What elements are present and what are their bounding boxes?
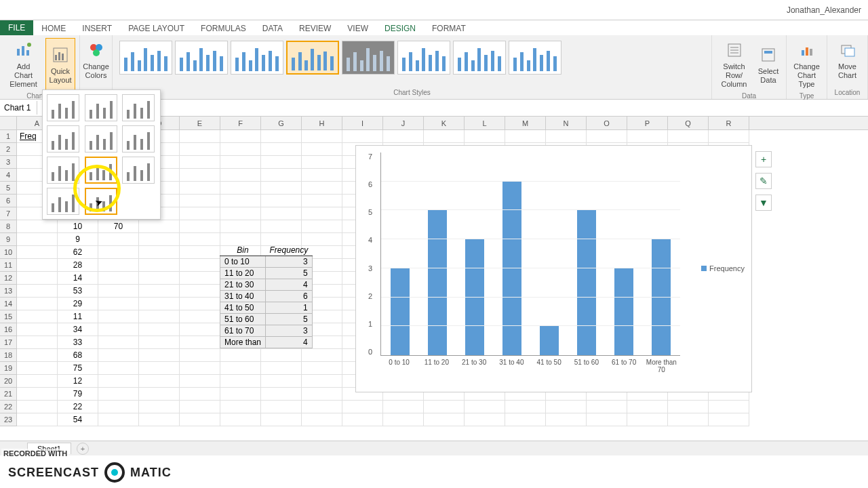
cell[interactable] xyxy=(17,272,58,285)
col-header-M[interactable]: M xyxy=(505,117,546,129)
cell[interactable] xyxy=(627,413,668,426)
col-header-K[interactable]: K xyxy=(424,117,465,129)
cell[interactable] xyxy=(17,349,58,362)
cell[interactable] xyxy=(383,413,424,426)
cell[interactable]: 11 xyxy=(58,310,98,323)
cell[interactable] xyxy=(98,323,139,336)
cell[interactable] xyxy=(98,233,139,246)
cell[interactable] xyxy=(261,362,302,375)
cell[interactable] xyxy=(261,375,302,388)
cell[interactable] xyxy=(302,362,342,375)
cell[interactable] xyxy=(17,388,58,401)
row-header-11[interactable]: 11 xyxy=(0,259,17,272)
chart-style-7[interactable] xyxy=(453,41,506,75)
cell[interactable] xyxy=(261,401,302,413)
layout-3[interactable] xyxy=(122,94,155,121)
cell[interactable] xyxy=(261,413,302,426)
col-header-G[interactable]: G xyxy=(261,117,302,129)
row-header-9[interactable]: 9 xyxy=(0,233,17,246)
select-data-button[interactable]: Select Data xyxy=(755,38,782,91)
tab-review[interactable]: REVIEW xyxy=(291,22,339,35)
chart-elements-button[interactable]: + xyxy=(755,151,772,167)
cell[interactable] xyxy=(98,310,139,323)
chart-styles-gallery[interactable] xyxy=(117,38,707,87)
layout-7[interactable] xyxy=(47,157,79,184)
cell[interactable] xyxy=(139,246,180,259)
cell[interactable] xyxy=(383,130,424,143)
cell[interactable] xyxy=(139,375,180,388)
cell[interactable] xyxy=(98,285,139,298)
cell[interactable] xyxy=(342,413,383,426)
cell[interactable] xyxy=(139,310,180,323)
cell[interactable] xyxy=(98,401,139,413)
cell[interactable] xyxy=(98,272,139,285)
cell[interactable]: 33 xyxy=(58,336,98,349)
cell[interactable] xyxy=(139,388,180,401)
cell[interactable]: 14 xyxy=(58,272,98,285)
chart-style-2[interactable] xyxy=(175,41,228,75)
cell[interactable] xyxy=(220,362,261,375)
chart-bar[interactable] xyxy=(428,210,447,355)
cell[interactable] xyxy=(180,220,220,233)
cell[interactable]: 12 xyxy=(58,375,98,388)
layout-8[interactable] xyxy=(85,157,117,184)
change-colors-button[interactable]: Change Colors xyxy=(84,38,108,81)
switch-row-column-button[interactable]: Switch Row/ Column xyxy=(716,38,752,91)
cell[interactable] xyxy=(261,156,302,169)
cell[interactable] xyxy=(180,207,220,220)
cell[interactable] xyxy=(261,220,302,233)
chart-style-3[interactable] xyxy=(231,41,283,75)
cell[interactable] xyxy=(383,401,424,413)
cell[interactable] xyxy=(220,143,261,156)
row-header-17[interactable]: 17 xyxy=(0,336,17,349)
cell[interactable] xyxy=(180,195,220,207)
cell[interactable] xyxy=(709,130,749,143)
cell[interactable] xyxy=(17,375,58,388)
cell[interactable] xyxy=(180,182,220,195)
cell[interactable] xyxy=(302,207,342,220)
cell[interactable] xyxy=(261,195,302,207)
tab-page-layout[interactable]: PAGE LAYOUT xyxy=(120,22,193,35)
cell[interactable] xyxy=(17,246,58,259)
cell[interactable] xyxy=(424,413,465,426)
layout-6[interactable] xyxy=(122,125,155,152)
cell[interactable] xyxy=(261,182,302,195)
cell[interactable] xyxy=(98,362,139,375)
cell[interactable] xyxy=(709,413,749,426)
cell[interactable] xyxy=(98,388,139,401)
chart-styles-button[interactable]: ✎ xyxy=(755,173,772,189)
chart-bar[interactable] xyxy=(502,182,521,355)
layout-10[interactable] xyxy=(47,188,79,215)
row-header-21[interactable]: 21 xyxy=(0,388,17,401)
cell[interactable] xyxy=(17,259,58,272)
col-header-L[interactable]: L xyxy=(465,117,505,129)
cell[interactable] xyxy=(302,130,342,143)
row-header-20[interactable]: 20 xyxy=(0,375,17,388)
row-header-2[interactable]: 2 xyxy=(0,143,17,156)
cell[interactable] xyxy=(220,413,261,426)
cell[interactable] xyxy=(587,130,627,143)
cell[interactable] xyxy=(424,401,465,413)
row-header-4[interactable]: 4 xyxy=(0,169,17,182)
cell[interactable] xyxy=(180,362,220,375)
cell[interactable] xyxy=(668,413,709,426)
cell[interactable] xyxy=(17,336,58,349)
col-header-P[interactable]: P xyxy=(627,117,668,129)
cell[interactable] xyxy=(220,182,261,195)
cell[interactable] xyxy=(180,323,220,336)
cell[interactable] xyxy=(302,413,342,426)
layout-9[interactable] xyxy=(122,157,155,184)
row-header-7[interactable]: 7 xyxy=(0,207,17,220)
cell[interactable] xyxy=(139,323,180,336)
cell[interactable] xyxy=(17,285,58,298)
name-box-input[interactable] xyxy=(0,101,37,115)
cell[interactable]: 68 xyxy=(58,349,98,362)
cell[interactable] xyxy=(261,388,302,401)
chart-style-6[interactable] xyxy=(397,41,450,75)
cell[interactable] xyxy=(17,220,58,233)
row-header-23[interactable]: 23 xyxy=(0,413,17,426)
cell[interactable] xyxy=(302,375,342,388)
cell[interactable] xyxy=(139,272,180,285)
cell[interactable] xyxy=(139,259,180,272)
quick-layout-button[interactable]: Quick Layout xyxy=(45,38,75,91)
